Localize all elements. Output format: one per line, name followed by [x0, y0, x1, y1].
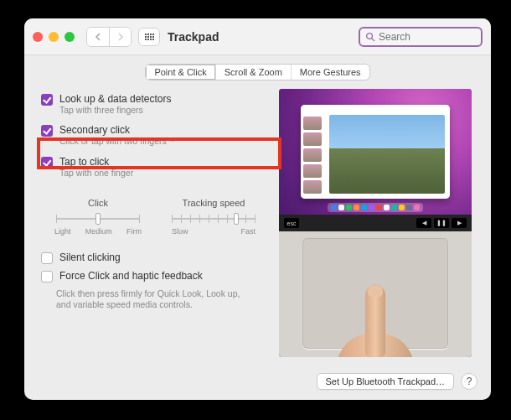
bottom-bar: Set Up Bluetooth Trackpad… ? [317, 373, 477, 390]
chevron-down-icon: ﹀ [169, 137, 177, 146]
svg-line-1 [372, 38, 374, 40]
page-title: Trackpad [168, 30, 219, 44]
slider-tracking-thumb[interactable] [234, 213, 239, 225]
preview-keyboard-row: esc ◀❚❚▶ [279, 215, 472, 231]
tab-more-gestures[interactable]: More Gestures [291, 65, 369, 80]
preview-screen [279, 89, 472, 215]
preview-dock [328, 203, 423, 212]
search-field[interactable] [359, 27, 483, 47]
checkbox-tap[interactable] [41, 157, 53, 169]
window-controls [33, 32, 75, 42]
option-silent-clicking[interactable]: Silent clicking [38, 247, 274, 268]
nav-buttons [86, 27, 132, 47]
option-tap-to-click[interactable]: Tap to click Tap with one finger [38, 152, 274, 183]
tab-point-click[interactable]: Point & Click [146, 65, 214, 80]
checkbox-force-click[interactable] [41, 271, 53, 283]
tab-bar: Point & Click Scroll & Zoom More Gesture… [24, 55, 491, 86]
trackpad-preview: esc ◀❚❚▶ [279, 89, 472, 357]
back-button[interactable] [87, 28, 109, 46]
slider-click-track[interactable] [56, 213, 140, 225]
search-icon [365, 32, 375, 42]
checkbox-silent[interactable] [41, 252, 53, 264]
option-lookup-title: Look up & data detectors [59, 93, 171, 105]
svg-point-0 [367, 33, 373, 39]
grid-icon [145, 34, 154, 40]
slider-tracking: Tracking speed Slow Fast [172, 198, 256, 236]
segmented-control: Point & Click Scroll & Zoom More Gesture… [145, 64, 369, 80]
forward-button[interactable] [109, 28, 131, 46]
preview-trackpad-area [279, 231, 472, 357]
option-lookup-sub: Tap with three fingers [59, 105, 171, 116]
esc-key: esc [284, 218, 299, 228]
close-icon[interactable] [33, 32, 43, 42]
slider-click-thumb[interactable] [95, 213, 101, 225]
option-force-click[interactable]: Force Click and haptic feedback [38, 268, 274, 287]
option-force-click-title: Force Click and haptic feedback [59, 270, 203, 282]
prefs-window: Trackpad Point & Click Scroll & Zoom Mor… [24, 18, 491, 400]
setup-bluetooth-button[interactable]: Set Up Bluetooth Trackpad… [317, 373, 454, 390]
slider-click-label: Click [88, 198, 108, 208]
option-secondary[interactable]: Secondary click Click or tap with two fi… [38, 120, 274, 152]
slider-tracking-track[interactable] [172, 213, 256, 225]
show-all-button[interactable] [138, 28, 160, 46]
tab-scroll-zoom[interactable]: Scroll & Zoom [215, 65, 291, 80]
slider-click: Click Light Medium Firm [54, 198, 142, 236]
zoom-icon[interactable] [65, 32, 75, 42]
help-button[interactable]: ? [461, 373, 477, 390]
options-column: Look up & data detectors Tap with three … [38, 89, 274, 391]
option-secondary-sub[interactable]: Click or tap with two fingers﹀ [59, 136, 177, 148]
search-input[interactable] [379, 31, 476, 43]
checkbox-lookup[interactable] [41, 94, 53, 106]
option-silent-title: Silent clicking [59, 251, 121, 263]
preview-finger [354, 277, 397, 357]
force-click-hint: Click then press firmly for Quick Look, … [56, 288, 249, 310]
preview-finder-window [301, 105, 450, 199]
slider-tracking-label: Tracking speed [183, 198, 245, 208]
sliders-row: Click Light Medium Firm Tracking speed [54, 198, 274, 236]
option-secondary-title: Secondary click [59, 124, 177, 136]
checkbox-secondary[interactable] [41, 125, 53, 137]
minimize-icon[interactable] [49, 32, 59, 42]
content-area: Look up & data detectors Tap with three … [24, 86, 491, 400]
preview-column: esc ◀❚❚▶ [274, 89, 477, 391]
option-lookup[interactable]: Look up & data detectors Tap with three … [38, 89, 274, 120]
option-tap-sub: Tap with one finger [59, 168, 133, 179]
toolbar: Trackpad [24, 18, 491, 55]
option-tap-title: Tap to click [59, 156, 133, 168]
